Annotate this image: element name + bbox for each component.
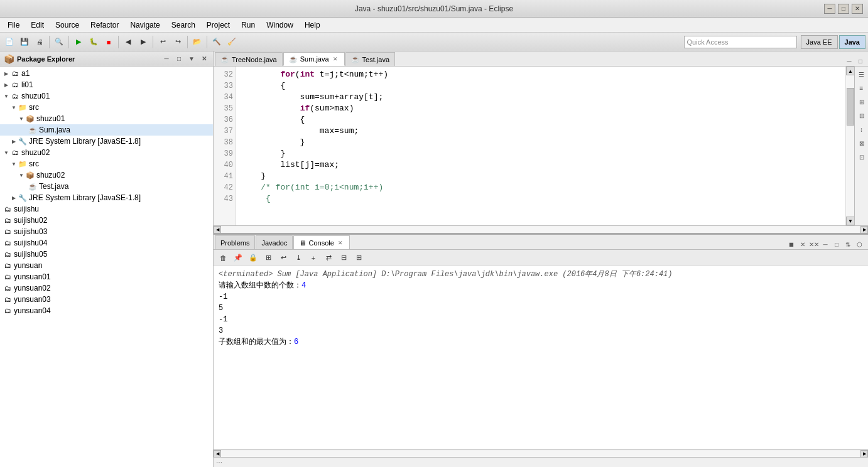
- console-action-1[interactable]: ⏹: [786, 239, 796, 249]
- tree-item-shuzu01-src[interactable]: ▼ 📁 src: [0, 102, 213, 113]
- tree-item-suijishu03[interactable]: 🗂 suijishu03: [0, 226, 213, 237]
- toolbar-open-btn[interactable]: 📂: [190, 35, 204, 49]
- panel-maximize-btn[interactable]: □: [174, 54, 184, 64]
- vertical-scrollbar[interactable]: ▲ ▼: [845, 67, 854, 225]
- sidebar-icon-6[interactable]: ⊠: [855, 137, 868, 149]
- tab-sum[interactable]: ☕ Sum.java ✕: [283, 52, 345, 66]
- editor-scroll-left[interactable]: ◀: [214, 226, 221, 234]
- console-minimize[interactable]: ─: [820, 239, 830, 249]
- tree-item-pkg-shuzu01[interactable]: ▼ 📦 shuzu01: [0, 113, 213, 124]
- tree-item-jre-shuzu01[interactable]: ▶ 🔧 JRE System Library [JavaSE-1.8]: [0, 136, 213, 147]
- toolbar-redo-btn[interactable]: ↪: [171, 35, 185, 49]
- toolbar-prev-btn[interactable]: ◀: [121, 35, 135, 49]
- close-button[interactable]: ✕: [852, 4, 863, 14]
- toolbar-run-btn[interactable]: ▶: [72, 35, 85, 49]
- tab-test[interactable]: ☕ Test.java: [345, 52, 395, 66]
- sidebar-icon-2[interactable]: ≡: [855, 82, 868, 94]
- tree-item-yunsuan04[interactable]: 🗂 yunsuan04: [0, 305, 213, 316]
- tree-item-shuzu01[interactable]: ▼ 🗂 shuzu01: [0, 90, 213, 102]
- console-scroll-lock-btn[interactable]: ⤓: [291, 251, 305, 265]
- tree-item-li01[interactable]: ▶ 🗂 li01: [0, 79, 213, 90]
- sidebar-icon-5[interactable]: ↕: [855, 123, 868, 136]
- quick-access-input[interactable]: Quick Access: [684, 36, 797, 48]
- editor-h-scrollbar[interactable]: ◀ ▶: [214, 225, 868, 233]
- console-layout-btn[interactable]: ⊞: [352, 251, 366, 265]
- sidebar-icon-3[interactable]: ⊞: [855, 95, 868, 108]
- tree-item-suijishu05[interactable]: 🗂 suijishu05: [0, 249, 213, 260]
- console-filter-btn[interactable]: ⊞: [261, 251, 275, 265]
- menu-navigate[interactable]: Navigate: [125, 19, 165, 31]
- tree-item-yunsuan01[interactable]: 🗂 yunsuan01: [0, 271, 213, 282]
- editor-scroll-right[interactable]: ▶: [860, 226, 868, 234]
- console-action-2[interactable]: ✕: [798, 239, 808, 249]
- tree-item-a1[interactable]: ▶ 🗂 a1: [0, 68, 213, 79]
- console-maximize[interactable]: □: [832, 239, 842, 249]
- console-view-btn[interactable]: ⊟: [337, 251, 350, 265]
- tree-item-suijishu02[interactable]: 🗂 suijishu02: [0, 215, 213, 226]
- console-action-4[interactable]: ⇅: [843, 239, 853, 249]
- panel-menu-btn[interactable]: ▼: [187, 54, 197, 64]
- tree-item-test-java[interactable]: ☕ Test.java: [0, 181, 213, 192]
- tree-item-sum-java[interactable]: ☕ Sum.java: [0, 124, 213, 136]
- toolbar-print-btn[interactable]: 🖨: [33, 35, 46, 49]
- tree-item-suijishu[interactable]: 🗂 suijishu: [0, 203, 213, 215]
- maximize-button[interactable]: □: [838, 4, 849, 14]
- menu-project[interactable]: Project: [202, 19, 235, 31]
- console-clear-btn[interactable]: 🗑: [216, 251, 230, 265]
- menu-edit[interactable]: Edit: [26, 19, 49, 31]
- tree-item-shuzu02-src[interactable]: ▼ 📁 src: [0, 158, 213, 169]
- panel-minimize-btn[interactable]: ─: [161, 54, 171, 64]
- tree-item-yunsuan02[interactable]: 🗂 yunsuan02: [0, 282, 213, 294]
- tree-item-suijishu04[interactable]: 🗂 suijishu04: [0, 237, 213, 249]
- console-pin-btn[interactable]: 📌: [231, 251, 245, 265]
- console-tab-close[interactable]: ✕: [337, 239, 344, 247]
- scroll-thumb[interactable]: [847, 88, 854, 126]
- bottom-tab-javadoc[interactable]: Javadoc: [256, 235, 293, 249]
- tree-item-pkg-shuzu02[interactable]: ▼ 📦 shuzu02: [0, 169, 213, 181]
- code-editor[interactable]: 32 33 34 35 36 37 38 39 40 41 42 43: [214, 67, 845, 225]
- code-content[interactable]: for(int t=j;t<num;t++) { sum=sum+array[t…: [236, 67, 845, 225]
- tab-minimize-btn[interactable]: ─: [844, 56, 854, 66]
- tree-item-yunsuan03[interactable]: 🗂 yunsuan03: [0, 294, 213, 305]
- perspective-java[interactable]: Java: [839, 35, 865, 49]
- console-wrap-btn[interactable]: ↩: [276, 251, 290, 265]
- toolbar-undo-btn[interactable]: ↩: [156, 35, 170, 49]
- console-scroll-left[interactable]: ◀: [214, 450, 221, 458]
- menu-refactor[interactable]: Refactor: [85, 19, 124, 31]
- menu-file[interactable]: File: [3, 19, 24, 31]
- sidebar-icon-1[interactable]: ☰: [855, 68, 868, 80]
- menu-help[interactable]: Help: [300, 19, 325, 31]
- console-action-5[interactable]: ⬡: [854, 239, 864, 249]
- toolbar-save-btn[interactable]: 💾: [18, 35, 31, 49]
- menu-window[interactable]: Window: [261, 19, 298, 31]
- menu-search[interactable]: Search: [166, 19, 200, 31]
- panel-close-btn[interactable]: ✕: [199, 54, 209, 64]
- toolbar-find-btn[interactable]: 🔍: [52, 35, 66, 49]
- console-switch-btn[interactable]: ⇄: [322, 251, 335, 265]
- toolbar-next-btn[interactable]: ▶: [136, 35, 150, 49]
- console-scroll-right[interactable]: ▶: [860, 450, 868, 458]
- scroll-down-btn[interactable]: ▼: [846, 217, 855, 225]
- title-bar-buttons[interactable]: ─ □ ✕: [824, 4, 863, 14]
- console-action-3[interactable]: ✕✕: [809, 239, 819, 249]
- minimize-button[interactable]: ─: [824, 4, 835, 14]
- scroll-up-btn[interactable]: ▲: [846, 67, 855, 75]
- sidebar-icon-7[interactable]: ⊡: [855, 151, 868, 163]
- menu-run[interactable]: Run: [236, 19, 260, 31]
- console-new-btn[interactable]: +: [307, 251, 320, 265]
- tree-item-yunsuan[interactable]: 🗂 yunsuan: [0, 260, 213, 271]
- bottom-tab-problems[interactable]: Problems: [215, 235, 255, 249]
- bottom-tab-console[interactable]: 🖥 Console ✕: [293, 235, 349, 249]
- tab-close-sum[interactable]: ✕: [332, 55, 339, 63]
- toolbar-new-btn[interactable]: 📄: [3, 35, 16, 49]
- sidebar-icon-4[interactable]: ⊟: [855, 109, 868, 122]
- tree-item-shuzu02[interactable]: ▼ 🗂 shuzu02: [0, 147, 213, 158]
- tab-treenode[interactable]: ☕ TreeNode.java: [215, 52, 283, 66]
- toolbar-stop-btn[interactable]: ■: [102, 35, 116, 49]
- toolbar-debug-btn[interactable]: 🐛: [87, 35, 100, 49]
- perspective-javaee[interactable]: Java EE: [801, 35, 838, 49]
- tree-item-jre-shuzu02[interactable]: ▶ 🔧 JRE System Library [JavaSE-1.8]: [0, 192, 213, 203]
- console-lock-btn[interactable]: 🔒: [246, 251, 260, 265]
- console-h-scrollbar[interactable]: ◀ ▶: [214, 449, 868, 457]
- toolbar-build-btn[interactable]: 🔨: [210, 35, 224, 49]
